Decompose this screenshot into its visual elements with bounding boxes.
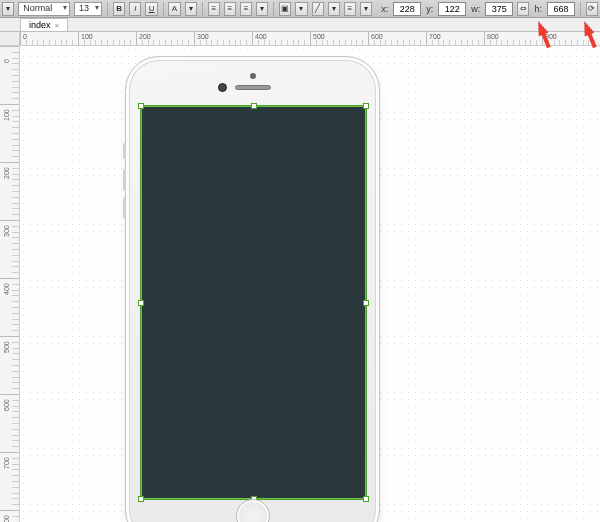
font-size-select[interactable]: 13 (74, 2, 102, 16)
resize-handle-e[interactable] (363, 300, 369, 306)
size-link-button[interactable]: ⇔ (517, 2, 529, 16)
ruler-v-tick: 100 (0, 104, 19, 105)
rotate-button[interactable]: ⟳ (586, 2, 598, 16)
ruler-corner (0, 32, 20, 46)
tab-index[interactable]: index × (20, 18, 68, 31)
ruler-v-tick: 800 (0, 510, 19, 511)
horizontal-ruler[interactable]: 01002003004005006007008009001000 (20, 32, 600, 46)
ruler-v-tick: 0 (0, 46, 19, 47)
document-tabs: index × (0, 18, 600, 32)
workarea: 01002003004005006007008009001000 0100200… (0, 32, 600, 522)
resize-handle-nw[interactable] (138, 103, 144, 109)
chevron-down-icon: ▾ (260, 5, 264, 13)
iphone-mockup[interactable] (125, 56, 380, 522)
line-weight-dropdown[interactable]: ▾ (360, 2, 372, 16)
resize-handle-se[interactable] (363, 496, 369, 502)
w-label: w: (470, 4, 481, 14)
resize-handle-ne[interactable] (363, 103, 369, 109)
fill-color-button[interactable]: ▣ (279, 2, 291, 16)
phone-screen[interactable] (141, 106, 366, 499)
fill-dropdown[interactable]: ▾ (295, 2, 307, 16)
chevron-down-icon: ▾ (6, 5, 10, 13)
tab-label: index (29, 20, 51, 30)
text-color-icon: A (172, 5, 177, 13)
line-weight-button[interactable]: ≡ (344, 2, 356, 16)
separator (273, 2, 274, 16)
text-color-dropdown[interactable]: ▾ (185, 2, 197, 16)
w-input[interactable] (485, 2, 513, 16)
fill-icon: ▣ (281, 5, 289, 13)
ruler-v-tick: 400 (0, 278, 19, 279)
resize-handle-sw[interactable] (138, 496, 144, 502)
mute-switch (123, 143, 126, 159)
link-icon: ⇔ (520, 5, 527, 13)
font-picker-button[interactable]: ▾ (2, 2, 14, 16)
italic-icon: I (134, 5, 136, 13)
volume-down (123, 197, 126, 219)
align-right-button[interactable]: ≡ (240, 2, 252, 16)
ruler-v-tick: 300 (0, 220, 19, 221)
chevron-down-icon: ▾ (332, 5, 336, 13)
format-toolbar: ▾ Normal 13 B I U A ▾ ≡ ≡ ≡ ▾ ▣ ▾ ╱ ▾ ≡ … (0, 0, 600, 18)
separator (202, 2, 203, 16)
ruler-v-tick: 700 (0, 452, 19, 453)
bold-button[interactable]: B (113, 2, 125, 16)
close-icon[interactable]: × (55, 21, 60, 30)
line-color-button[interactable]: ╱ (312, 2, 324, 16)
bold-icon: B (116, 5, 122, 13)
separator (163, 2, 164, 16)
text-color-button[interactable]: A (168, 2, 180, 16)
canvas[interactable] (20, 46, 600, 522)
chevron-down-icon: ▾ (364, 5, 368, 13)
x-label: x: (380, 4, 389, 14)
y-label: y: (425, 4, 434, 14)
weight-icon: ≡ (348, 5, 353, 13)
align-dropdown[interactable]: ▾ (256, 2, 268, 16)
volume-up (123, 169, 126, 191)
vertical-ruler[interactable]: 0100200300400500600700800 (0, 46, 20, 522)
align-right-icon: ≡ (244, 5, 249, 13)
font-weight-select[interactable]: Normal (18, 2, 70, 16)
proximity-sensor (250, 73, 256, 79)
front-camera (218, 83, 227, 92)
italic-button[interactable]: I (129, 2, 141, 16)
ruler-v-tick: 600 (0, 394, 19, 395)
separator (107, 2, 108, 16)
align-center-button[interactable]: ≡ (224, 2, 236, 16)
line-icon: ╱ (315, 5, 320, 13)
line-dropdown[interactable]: ▾ (328, 2, 340, 16)
ruler-v-tick: 500 (0, 336, 19, 337)
home-button (236, 499, 270, 522)
earpiece (235, 85, 271, 90)
underline-button[interactable]: U (145, 2, 157, 16)
underline-icon: U (149, 5, 155, 13)
align-left-icon: ≡ (211, 5, 216, 13)
resize-handle-w[interactable] (138, 300, 144, 306)
h-label: h: (533, 4, 543, 14)
align-left-button[interactable]: ≡ (208, 2, 220, 16)
h-input[interactable] (547, 2, 575, 16)
x-input[interactable] (393, 2, 421, 16)
resize-handle-n[interactable] (251, 103, 257, 109)
ruler-v-tick: 200 (0, 162, 19, 163)
y-input[interactable] (438, 2, 466, 16)
align-center-icon: ≡ (228, 5, 233, 13)
rotate-icon: ⟳ (588, 5, 595, 13)
chevron-down-icon: ▾ (299, 5, 303, 13)
separator (580, 2, 581, 16)
chevron-down-icon: ▾ (189, 5, 193, 13)
